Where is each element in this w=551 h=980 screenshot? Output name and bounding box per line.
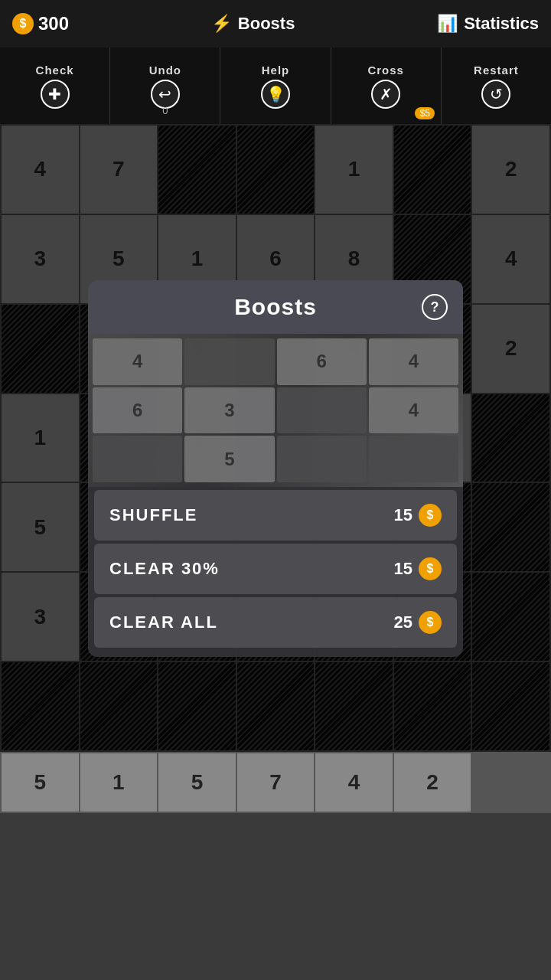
modal-title: Boosts — [234, 294, 317, 320]
bottom-cell-6[interactable] — [472, 753, 549, 812]
coins-value: 300 — [38, 13, 69, 34]
cross-icon: ✗ — [371, 80, 400, 109]
check-icon: ✚ — [41, 80, 70, 109]
check-button[interactable]: Check ✚ — [0, 47, 110, 124]
shuffle-coin-icon: $ — [419, 504, 442, 527]
action-bar: Check ✚ Undo ↩ 0 Help 💡 Cross ✗ $5 Resta… — [0, 47, 551, 124]
restart-label: Restart — [474, 64, 519, 77]
help-icon: 💡 — [261, 80, 290, 109]
mini-cell-7: 4 — [369, 387, 458, 434]
shuffle-label: SHUFFLE — [109, 505, 197, 525]
mini-cell-1 — [184, 338, 274, 385]
clearall-button[interactable]: CLEAR ALL 25 $ — [94, 597, 457, 648]
clearall-label: CLEAR ALL — [109, 612, 218, 632]
undo-button[interactable]: Undo ↩ 0 — [110, 47, 220, 124]
undo-label: Undo — [149, 64, 181, 77]
bottom-cell-2[interactable]: 5 — [158, 753, 236, 812]
bottom-cell-0[interactable]: 5 — [2, 753, 79, 812]
bottom-cell-1[interactable]: 1 — [80, 753, 158, 812]
mini-cell-2: 6 — [277, 338, 367, 385]
modal-background-image: 4 6 4 6 3 4 5 — [88, 334, 463, 487]
boosts-button[interactable]: ⚡ Boosts — [211, 14, 295, 34]
mini-cell-8 — [93, 436, 182, 482]
clearall-coin-icon: $ — [419, 611, 442, 634]
clearall-cost: 25 $ — [394, 611, 442, 634]
cross-label: Cross — [367, 64, 404, 77]
modal-help-button[interactable]: ? — [422, 294, 448, 320]
shuffle-cost-value: 15 — [394, 505, 412, 525]
boosts-modal: Boosts ? 4 6 4 6 3 4 5 — [88, 280, 463, 657]
undo-count: 0 — [162, 105, 168, 116]
modal-overlay[interactable]: Boosts ? 4 6 4 6 3 4 5 — [0, 124, 551, 752]
undo-icon: ↩ — [151, 80, 180, 109]
clear30-coin-icon: $ — [419, 557, 442, 580]
stats-button[interactable]: 📊 Statistics — [437, 14, 539, 34]
cross-button[interactable]: Cross ✗ $5 — [331, 47, 442, 124]
clear30-cost-value: 15 — [394, 559, 412, 579]
mini-cell-3: 4 — [369, 338, 458, 385]
stats-icon: 📊 — [437, 14, 458, 34]
mini-cell-4: 6 — [93, 387, 182, 434]
clear30-button[interactable]: CLEAR 30% 15 $ — [94, 544, 457, 594]
check-label: Check — [36, 64, 74, 77]
restart-icon: ↺ — [481, 80, 510, 109]
boosts-label: Boosts — [238, 14, 295, 34]
mini-cell-9: 5 — [184, 436, 274, 482]
coins-display: $ 300 — [12, 13, 69, 34]
mini-cell-11 — [369, 436, 458, 482]
mini-cell-5: 3 — [184, 387, 274, 434]
help-label: Help — [262, 64, 290, 77]
help-button[interactable]: Help 💡 — [220, 47, 331, 124]
shuffle-button[interactable]: SHUFFLE 15 $ — [94, 490, 457, 541]
cross-cost: $5 — [415, 107, 434, 119]
stats-label: Statistics — [464, 14, 539, 34]
modal-header: Boosts ? — [88, 280, 463, 334]
bottom-cell-4[interactable]: 4 — [315, 753, 393, 812]
restart-button[interactable]: Restart ↺ — [442, 47, 551, 124]
top-bar: $ 300 ⚡ Boosts 📊 Statistics — [0, 0, 551, 47]
bottom-row: 5 1 5 7 4 2 — [0, 752, 551, 813]
mini-cell-0: 4 — [93, 338, 182, 385]
lower-area — [0, 813, 551, 980]
game-area: 4 7 1 2 3 5 1 6 8 4 5 4 2 1 1 5 1 5 — [0, 124, 551, 752]
mini-cell-6 — [277, 387, 367, 434]
bottom-cell-5[interactable]: 2 — [394, 753, 471, 812]
coin-icon: $ — [12, 13, 34, 34]
boost-icon: ⚡ — [211, 14, 232, 34]
clear30-cost: 15 $ — [394, 557, 442, 580]
shuffle-cost: 15 $ — [394, 504, 442, 527]
clearall-cost-value: 25 — [394, 612, 412, 632]
bottom-cell-3[interactable]: 7 — [237, 753, 315, 812]
mini-cell-10 — [277, 436, 367, 482]
clear30-label: CLEAR 30% — [109, 559, 220, 579]
